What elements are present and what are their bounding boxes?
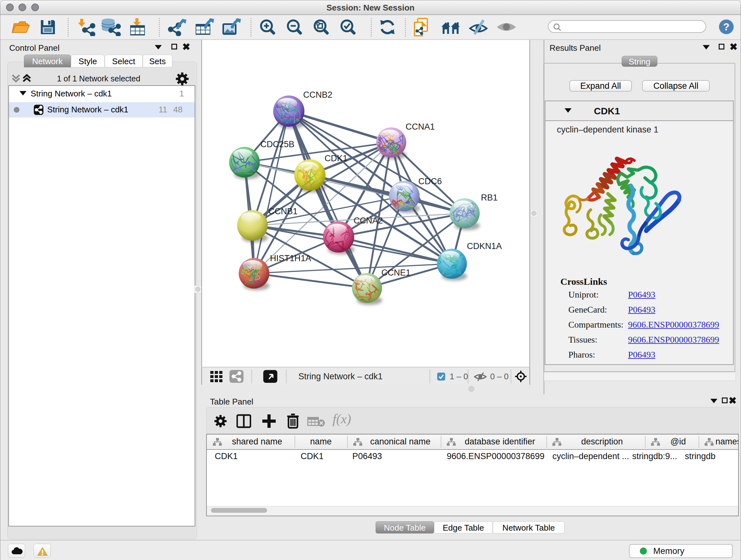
svg-text:CCNA1: CCNA1: [406, 122, 435, 132]
svg-text:CDC25B: CDC25B: [260, 139, 294, 149]
svg-text:CCNE1: CCNE1: [381, 268, 411, 277]
svg-text:HIST1H1A: HIST1H1A: [270, 253, 311, 263]
svg-text:CCNB2: CCNB2: [303, 90, 333, 100]
svg-text:CDC6: CDC6: [418, 177, 442, 186]
svg-text:CCNB1: CCNB1: [268, 206, 298, 216]
svg-text:RB1: RB1: [481, 193, 498, 202]
svg-text:CCNA2: CCNA2: [354, 216, 383, 226]
svg-text:CDK1: CDK1: [325, 153, 347, 163]
svg-text:CDKN1A: CDKN1A: [467, 241, 502, 251]
